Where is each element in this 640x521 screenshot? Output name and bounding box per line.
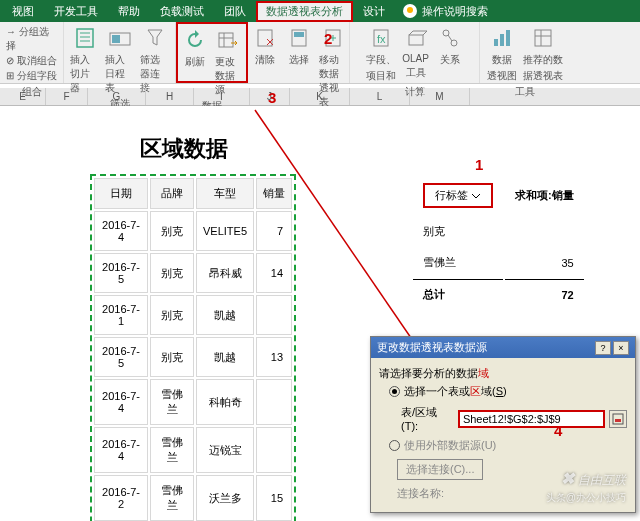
choose-connection-button[interactable]: 选择连接(C)... — [397, 459, 483, 480]
recommend-pivot[interactable]: 推荐的数据透视表 — [523, 25, 563, 83]
range-label: 表/区域(T): — [401, 405, 454, 432]
source-table[interactable]: 日期 品牌 车型 销量 2016-7-4别克VELITE57 2016-7-5别… — [90, 174, 296, 521]
ribbon-group-data: 刷新 更改数据源 数据 — [176, 22, 248, 83]
svg-rect-19 — [494, 39, 498, 46]
table-row: 2016-7-2雪佛兰沃兰多15 — [94, 475, 292, 521]
pivot-row: 雪佛兰35 — [413, 248, 584, 277]
bulb-icon — [403, 4, 417, 18]
watermark-logo: ✖ 自由互联 — [561, 469, 626, 489]
tab-team[interactable]: 团队 — [214, 1, 256, 22]
svg-rect-21 — [506, 30, 510, 46]
col-e[interactable]: E — [0, 88, 46, 105]
svg-text:fx: fx — [377, 33, 386, 45]
svg-rect-6 — [219, 33, 233, 47]
row-labels-cell[interactable]: 行标签 — [423, 183, 493, 208]
tell-me[interactable]: 操作说明搜索 — [395, 4, 488, 19]
col-l[interactable]: L — [350, 88, 410, 105]
close-button[interactable]: × — [613, 341, 629, 355]
radio-external[interactable] — [389, 440, 400, 451]
ribbon-group-actions: 清除 选择 移动数据透视表 操作 — [248, 22, 350, 83]
change-datasource-button[interactable]: 更改数据源 — [215, 27, 243, 97]
sum-label: 求和项:销量 — [505, 176, 584, 215]
col-h[interactable]: H — [146, 88, 194, 105]
clear-button[interactable]: 清除 — [251, 25, 279, 67]
annotation-1: 1 — [475, 156, 483, 173]
table-row: 2016-7-4别克VELITE57 — [94, 211, 292, 251]
insert-slicer[interactable]: 插入切片器 — [70, 25, 99, 95]
refresh-button[interactable]: 刷新 — [181, 27, 209, 69]
tab-view[interactable]: 视图 — [2, 1, 44, 22]
help-button[interactable]: ? — [595, 341, 611, 355]
pivot-chart[interactable]: 数据透视图 — [487, 25, 517, 83]
annotation-3: 3 — [268, 89, 276, 106]
region-title: 区域数据 — [140, 134, 228, 164]
col-g[interactable]: G — [88, 88, 146, 105]
table-row: 2016-7-1别克凯越 — [94, 295, 292, 335]
svg-rect-15 — [409, 35, 423, 45]
worksheet[interactable]: 区域数据 日期 品牌 车型 销量 2016-7-4别克VELITE57 2016… — [0, 106, 640, 519]
col-i[interactable]: I — [194, 88, 250, 105]
svg-line-18 — [448, 35, 452, 41]
ribbon-tabs: 视图 开发工具 帮助 负载测试 团队 数据透视表分析 设计 操作说明搜索 — [0, 0, 640, 22]
svg-rect-5 — [112, 35, 120, 43]
tab-design[interactable]: 设计 — [353, 1, 395, 22]
watermark-credit: 头条@办公小技巧 — [546, 491, 626, 505]
table-row: 2016-7-4雪佛兰科帕奇 — [94, 379, 292, 425]
ribbon: → 分组选择 ⊘ 取消组合 ⊞ 分组字段 组合 插入切片器 插入日程表 筛选器连… — [0, 22, 640, 84]
pivot-row: 别克 — [413, 217, 584, 246]
annotation-2: 2 — [324, 30, 332, 47]
svg-rect-22 — [535, 30, 551, 46]
col-m[interactable]: M — [410, 88, 470, 105]
svg-rect-0 — [77, 29, 93, 47]
range-input[interactable]: Sheet12!$G$2:$J$9 — [458, 410, 605, 428]
tab-pivot-analyze[interactable]: 数据透视表分析 — [256, 1, 353, 22]
table-row: 2016-7-5别克昂科威14 — [94, 253, 292, 293]
ribbon-group-group: → 分组选择 ⊘ 取消组合 ⊞ 分组字段 组合 — [0, 22, 64, 83]
svg-rect-9 — [258, 30, 272, 46]
column-headers: E F G H I J K L M — [0, 88, 640, 106]
range-picker-icon[interactable] — [609, 410, 627, 428]
group-select[interactable]: → 分组选择 — [6, 25, 57, 53]
table-header: 日期 品牌 车型 销量 — [94, 178, 292, 209]
tab-help[interactable]: 帮助 — [108, 1, 150, 22]
ribbon-group-tools: 数据透视图 推荐的数据透视表 工具 — [480, 22, 570, 83]
annotation-4: 4 — [554, 422, 562, 439]
table-row: 2016-7-5别克凯越13 — [94, 337, 292, 377]
filter-conn[interactable]: 筛选器连接 — [140, 25, 169, 95]
ribbon-group-filter: 插入切片器 插入日程表 筛选器连接 筛选 — [64, 22, 176, 83]
select-button[interactable]: 选择 — [285, 25, 313, 67]
dialog-title: 更改数据透视表数据源 — [377, 340, 487, 355]
olap-tools[interactable]: OLAP工具 — [402, 25, 430, 80]
pivot-total: 总计72 — [413, 279, 584, 309]
dropdown-icon[interactable] — [471, 191, 481, 201]
svg-rect-11 — [294, 32, 304, 37]
pivot-table[interactable]: 行标签 求和项:销量 别克 雪佛兰35 总计72 — [411, 174, 586, 311]
col-f[interactable]: F — [46, 88, 88, 105]
svg-rect-27 — [615, 419, 621, 422]
dialog-text: 请选择要分析的数据域 — [379, 366, 627, 381]
dialog-titlebar[interactable]: 更改数据透视表数据源 ? × — [371, 337, 635, 358]
table-row: 2016-7-4雪佛兰迈锐宝 — [94, 427, 292, 473]
group-field[interactable]: ⊞ 分组字段 — [6, 69, 57, 83]
tab-loadtest[interactable]: 负载测试 — [150, 1, 214, 22]
ribbon-group-calc: fx字段、项目和 OLAP工具 关系 计算 — [350, 22, 480, 83]
svg-rect-20 — [500, 34, 504, 46]
relationships[interactable]: 关系 — [436, 25, 464, 67]
radio-select-range[interactable] — [389, 386, 400, 397]
insert-timeline[interactable]: 插入日程表 — [105, 25, 134, 95]
fields-items[interactable]: fx字段、项目和 — [366, 25, 396, 83]
tab-developer[interactable]: 开发工具 — [44, 1, 108, 22]
ungroup[interactable]: ⊘ 取消组合 — [6, 54, 57, 68]
col-k[interactable]: K — [290, 88, 350, 105]
